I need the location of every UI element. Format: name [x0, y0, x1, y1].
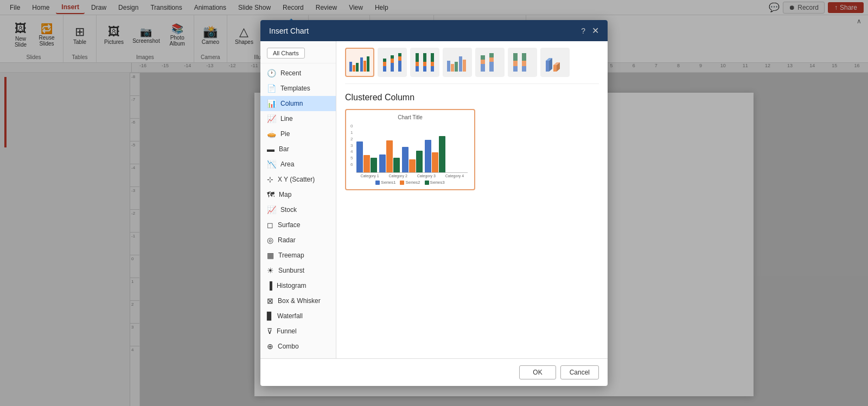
3d-100pct-svg: [511, 51, 534, 74]
chart-legend: Series1 Series2 Series3: [350, 180, 470, 185]
stock-icon: 📈: [267, 205, 276, 214]
chart-nav-pie[interactable]: 🥧 Pie: [260, 126, 336, 141]
svg-rect-31: [481, 55, 485, 60]
svg-rect-19: [423, 62, 426, 66]
legend-label-s1: Series1: [381, 180, 395, 185]
svg-rect-6: [383, 66, 386, 72]
svg-rect-14: [398, 53, 401, 56]
cat-label-3: Category 3: [413, 174, 439, 178]
cancel-button[interactable]: Cancel: [560, 365, 599, 379]
chart-nav-treemap-label: Treemap: [278, 252, 304, 259]
chart-nav-histogram[interactable]: ▐ Histogram: [260, 278, 336, 293]
bar-cat1-s2: [363, 155, 370, 172]
chart-nav-waterfall-label: Waterfall: [277, 312, 303, 320]
svg-rect-3: [360, 57, 363, 72]
chart-nav-templates-label: Templates: [280, 85, 310, 92]
chart-variant-100pct[interactable]: [410, 48, 439, 77]
area-icon: 📉: [267, 160, 276, 169]
radar-icon: ◎: [267, 236, 273, 244]
svg-rect-18: [423, 66, 426, 72]
svg-rect-1: [353, 65, 355, 72]
all-charts-button[interactable]: All Charts: [267, 48, 305, 59]
modal-close-button[interactable]: ✕: [592, 25, 599, 36]
histogram-icon: ▐: [267, 281, 272, 290]
cat-label-2: Category 2: [385, 174, 411, 178]
chart-nav-radar[interactable]: ◎ Radar: [260, 233, 336, 248]
chart-nav-waterfall[interactable]: ▊ Waterfall: [260, 308, 336, 324]
chart-variant-stacked[interactable]: [378, 48, 407, 77]
svg-rect-15: [416, 66, 419, 72]
xy-scatter-icon: ⊹: [267, 175, 273, 184]
svg-rect-22: [431, 62, 434, 66]
svg-rect-8: [383, 59, 386, 62]
svg-rect-28: [463, 60, 466, 72]
chart-nav-pie-label: Pie: [280, 130, 290, 138]
chart-nav-templates[interactable]: 📄 Templates: [260, 81, 336, 96]
svg-rect-29: [481, 64, 485, 72]
chart-nav-area[interactable]: 📉 Area: [260, 157, 336, 172]
legend-dot-s2: [400, 181, 404, 185]
svg-rect-27: [459, 56, 462, 72]
chart-nav-combo[interactable]: ⊕ Combo: [260, 339, 336, 354]
svg-rect-35: [513, 66, 518, 72]
category-labels: Category 1 Category 2 Category 3 Categor…: [354, 174, 470, 178]
svg-rect-32: [489, 62, 494, 72]
svg-rect-2: [356, 63, 359, 72]
svg-marker-41: [546, 61, 549, 72]
chart-nav-bar[interactable]: ▬ Bar: [260, 141, 336, 157]
bar-cat2-s2: [386, 140, 393, 172]
chart-nav-surface[interactable]: ◻ Surface: [260, 217, 336, 233]
chart-nav-map-label: Map: [279, 191, 291, 198]
legend-label-s2: Series2: [405, 180, 420, 185]
chart-variant-3d-100pct[interactable]: [508, 48, 537, 77]
chart-nav-sunburst[interactable]: ☀ Sunburst: [260, 263, 336, 278]
templates-icon: 📄: [267, 84, 276, 93]
bar-group-cat3: [402, 147, 423, 172]
bar-cat3-s3: [416, 151, 423, 172]
line-icon: 📈: [267, 114, 276, 123]
chart-nav-recent[interactable]: 🕐 Recent: [260, 66, 336, 81]
chart-variant-3d-stacked[interactable]: [475, 48, 505, 77]
chart-nav-treemap[interactable]: ▦ Treemap: [260, 248, 336, 263]
legend-dot-s3: [425, 181, 429, 185]
chart-nav-box-label: Box & Whisker: [278, 297, 321, 305]
chart-nav-map[interactable]: 🗺 Map: [260, 187, 336, 202]
chart-nav-recent-label: Recent: [280, 69, 301, 77]
cat-label-4: Category 4: [442, 174, 468, 178]
funnel-icon: ⊽: [267, 327, 272, 336]
modal-overlay: Insert Chart ? ✕ All Charts 🕐 Recent 📄 T…: [0, 0, 868, 406]
svg-rect-34: [489, 53, 494, 57]
surface-icon: ◻: [267, 221, 273, 229]
bar-cat4-s2: [432, 152, 438, 172]
chart-nav-funnel[interactable]: ⊽ Funnel: [260, 324, 336, 339]
modal-help-button[interactable]: ?: [581, 27, 585, 35]
chart-nav-column[interactable]: 📊 Column: [260, 96, 336, 111]
chart-variant-3d-clustered[interactable]: [443, 48, 472, 77]
svg-rect-25: [451, 64, 454, 72]
chart-nav-stock[interactable]: 📈 Stock: [260, 202, 336, 217]
chart-nav-histogram-label: Histogram: [277, 282, 307, 289]
chart-nav-sunburst-label: Sunburst: [278, 267, 304, 274]
100pct-stacked-svg: [413, 51, 436, 74]
chart-nav-box-whisker[interactable]: ⊠ Box & Whisker: [260, 293, 336, 308]
bar-group-cat4: [425, 136, 445, 172]
svg-rect-9: [391, 63, 394, 72]
chart-nav-line[interactable]: 📈 Line: [260, 111, 336, 126]
chart-variant-clustered[interactable]: [345, 48, 374, 77]
svg-marker-44: [553, 65, 557, 72]
modal-title: Insert Chart: [269, 27, 309, 35]
bar-cat3-s2: [409, 159, 416, 172]
svg-rect-11: [391, 55, 394, 59]
svg-rect-13: [398, 56, 401, 61]
chart-nav-line-label: Line: [280, 115, 293, 123]
svg-rect-33: [489, 57, 494, 62]
cat-label-1: Category 1: [356, 174, 382, 178]
svg-rect-23: [431, 53, 434, 62]
svg-rect-40: [522, 53, 526, 61]
ok-button[interactable]: OK: [519, 365, 556, 379]
bar-cat4-s1: [425, 140, 431, 172]
modal-footer: OK Cancel: [260, 358, 608, 386]
chart-nav-xy-scatter[interactable]: ⊹ X Y (Scatter): [260, 172, 336, 187]
chart-variant-3d-column[interactable]: [540, 48, 570, 77]
legend-series1: Series1: [375, 180, 395, 185]
